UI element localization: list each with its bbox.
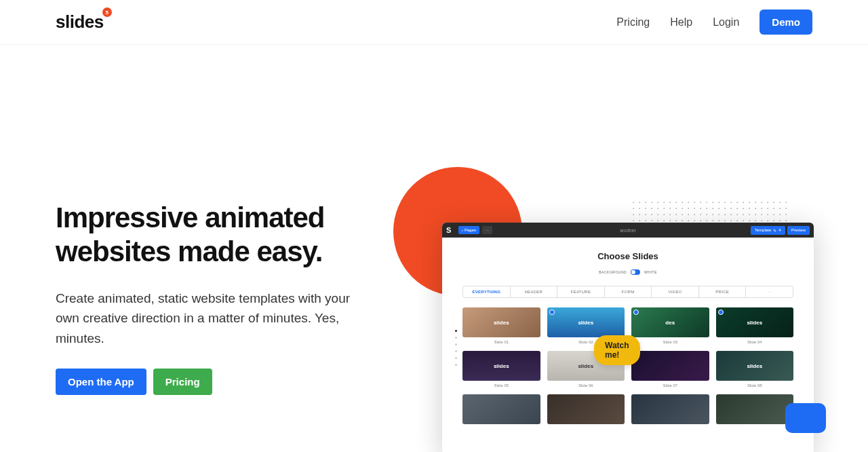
slide-item[interactable]: Slide 07 [631,351,709,388]
slide-item[interactable]: slidesSlide 05 [462,351,540,388]
tab-price[interactable]: PRICE [699,286,747,297]
logo-text: slides [56,12,104,32]
nav-login[interactable]: Login [713,16,739,29]
nav-dot[interactable] [455,350,457,352]
nav-dot[interactable] [455,337,457,339]
check-icon [633,309,639,315]
more-button[interactable]: ··· [482,226,492,234]
hero-title: Impressive animated websites made easy. [56,201,368,269]
hero-subtitle: Create animated, static website template… [56,288,368,348]
slide-item[interactable]: slidesSlide 01 [462,307,540,344]
chat-widget[interactable] [785,403,826,433]
tab-everything[interactable]: EVERYTHING [463,286,511,297]
pricing-button[interactable]: Pricing [153,369,212,395]
logo-badge: 5 [102,7,112,17]
template-button[interactable]: Template ✎ 4 [751,226,785,235]
watch-me-tooltip[interactable]: Watch me! [594,335,640,365]
nav-dot[interactable] [455,330,457,332]
nav-help[interactable]: Help [670,16,692,29]
pages-button[interactable]: ‹Pages [458,226,479,234]
hero-left: Impressive animated websites made easy. … [56,45,368,395]
background-toggle-row: BACKGROUND WHITE [462,269,793,275]
hero: Impressive animated websites made easy. … [0,45,868,395]
logo[interactable]: slides 5 [56,12,104,33]
tab-more[interactable]: ··· [746,286,793,297]
cta-row: Open the App Pricing [56,369,368,395]
slide-item[interactable]: slidesSlide 08 [716,351,794,388]
header: slides 5 Pricing Help Login Demo [0,0,868,45]
category-tabs: EVERYTHING HEADER FEATURE FORM VIDEO PRI… [462,286,793,298]
open-app-button[interactable]: Open the App [56,369,146,395]
demo-button[interactable]: Demo [760,10,812,35]
pencil-icon: ✎ [773,228,776,233]
slide-item[interactable] [716,394,794,424]
bg-label-left: BACKGROUND [599,270,627,274]
check-icon [718,309,724,315]
app-logo-icon: S [446,226,456,234]
nav: Pricing Help Login Demo [616,10,812,35]
app-titlebar: S ‹Pages ··· another Template ✎ 4 Previe… [442,223,814,238]
bg-label-right: WHITE [644,270,657,274]
slide-item[interactable] [462,394,540,424]
nav-dot[interactable] [455,343,457,345]
background-toggle[interactable] [631,269,640,275]
nav-pricing[interactable]: Pricing [616,16,650,29]
slide-item[interactable] [631,394,709,424]
app-body: Choose Slides BACKGROUND WHITE EVERYTHIN… [442,238,814,431]
tab-form[interactable]: FORM [605,286,652,297]
tab-header[interactable]: HEADER [511,286,558,297]
project-title: another [620,228,636,233]
tab-video[interactable]: VIDEO [652,286,699,297]
tab-feature[interactable]: FEATURE [557,286,605,297]
nav-dot[interactable] [455,357,457,359]
slide-grid: slidesSlide 01 slidesSlide 02 desSlide 0… [462,307,793,424]
check-icon [549,309,555,315]
nav-dot[interactable] [455,364,457,366]
choose-slides-title: Choose Slides [462,251,793,261]
slide-item[interactable]: slidesSlide 04 [716,307,794,344]
slide-item[interactable]: desSlide 03 [631,307,709,344]
preview-button[interactable]: Preview [787,226,810,235]
slide-item[interactable] [547,394,625,424]
side-nav-dots [455,330,457,366]
